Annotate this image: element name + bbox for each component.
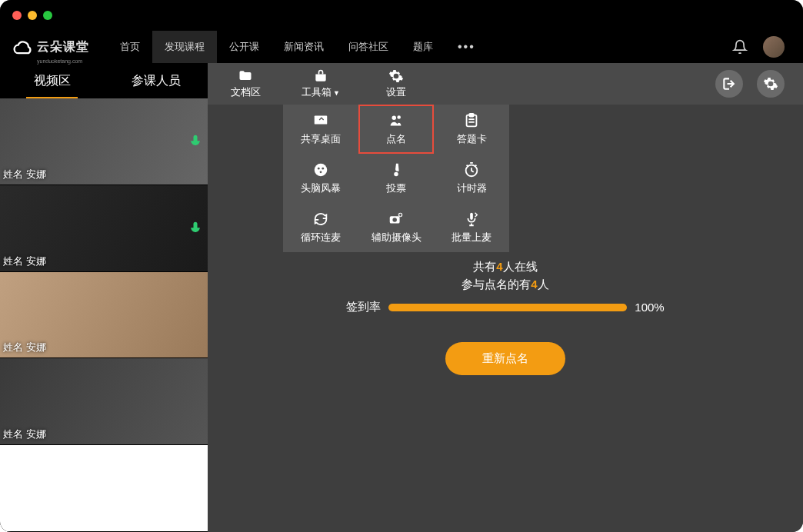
- logo-text: 云朵课堂: [37, 39, 89, 55]
- video-label: 姓名 安娜: [3, 427, 46, 441]
- logo[interactable]: 云朵课堂 yunduoketang.com: [12, 36, 89, 58]
- exit-icon: [721, 76, 737, 91]
- toolbar-toolbox-label: 工具箱▼: [302, 85, 340, 99]
- dd-timer[interactable]: 计时器: [434, 154, 509, 203]
- svg-point-2: [397, 115, 401, 119]
- video-label: 姓名 安娜: [3, 254, 46, 268]
- toolbar-settings-label: 设置: [386, 85, 406, 99]
- rate-percent: 100%: [635, 301, 664, 314]
- dd-aux-camera[interactable]: 辅助摄像头: [358, 203, 434, 252]
- mic-on-icon: [188, 221, 203, 236]
- share-screen-icon: [312, 112, 329, 129]
- video-tile[interactable]: 姓名 安娜: [0, 185, 208, 272]
- svg-point-11: [394, 172, 398, 177]
- dd-label: 计时器: [457, 181, 487, 195]
- vote-icon: [388, 161, 405, 178]
- minimize-dot[interactable]: [28, 11, 37, 20]
- dd-label: 共享桌面: [301, 132, 341, 146]
- svg-point-10: [320, 171, 322, 173]
- dd-answer-card[interactable]: 答题卡: [434, 105, 509, 154]
- nav-more[interactable]: •••: [445, 40, 488, 54]
- rate-label: 签到率: [346, 300, 381, 314]
- app-window: 云朵课堂 yunduoketang.com 首页 发现课程 公开课 新闻资讯 问…: [0, 0, 803, 532]
- video-tile[interactable]: 姓名 安娜: [0, 98, 208, 185]
- body: 视频区 参课人员 姓名 安娜 姓名 安娜 姓名 安娜 姓名 安娜: [0, 63, 803, 532]
- svg-point-7: [315, 164, 328, 177]
- nav-news[interactable]: 新闻资讯: [272, 31, 336, 63]
- toolbar-settings-button[interactable]: 设置: [358, 63, 434, 105]
- user-avatar[interactable]: [763, 36, 785, 58]
- settings-circle-button[interactable]: [757, 70, 785, 98]
- cloud-logo-icon: [12, 36, 34, 58]
- sidebar: 视频区 参课人员 姓名 安娜 姓名 安娜 姓名 安娜 姓名 安娜: [0, 63, 208, 532]
- tab-video[interactable]: 视频区: [0, 63, 104, 98]
- svg-point-14: [392, 218, 397, 222]
- dd-label: 投票: [386, 181, 406, 195]
- dd-vote[interactable]: 投票: [358, 154, 434, 203]
- dd-label: 批量上麦: [451, 231, 491, 244]
- titlebar: [0, 0, 803, 31]
- toolbox-dropdown: 共享桌面 点名 答题卡 头脑风暴: [283, 105, 509, 252]
- dd-label: 头脑风暴: [301, 181, 341, 195]
- toolbox-icon: [313, 68, 328, 84]
- dd-label: 答题卡: [457, 132, 487, 146]
- toolbar-doc-button[interactable]: 文档区: [208, 63, 283, 105]
- toolbar-doc-label: 文档区: [231, 85, 261, 99]
- svg-rect-16: [470, 213, 473, 220]
- answer-card-icon: [463, 112, 480, 129]
- loop-mic-icon: [312, 211, 329, 228]
- mic-on-icon: [188, 134, 203, 149]
- svg-rect-0: [315, 116, 328, 125]
- roll-call-icon: [388, 112, 405, 129]
- re-rollcall-button[interactable]: 重新点名: [445, 342, 565, 375]
- exit-button[interactable]: [715, 70, 743, 98]
- progress-row: 签到率 100%: [346, 300, 664, 314]
- nav-public[interactable]: 公开课: [217, 31, 272, 63]
- main-area: 文档区 工具箱▼ 共享桌面 点名: [208, 63, 803, 532]
- tab-participants[interactable]: 参课人员: [104, 63, 208, 98]
- timer-icon: [463, 161, 480, 178]
- nav-discover[interactable]: 发现课程: [152, 31, 217, 63]
- video-tile-empty: [0, 445, 208, 532]
- svg-point-9: [322, 168, 324, 170]
- maximize-dot[interactable]: [43, 11, 52, 20]
- video-tile[interactable]: 姓名 安娜: [0, 272, 208, 359]
- attended-stat: 参与点名的有4人: [461, 278, 548, 292]
- nav-qa[interactable]: 问答社区: [336, 31, 401, 63]
- top-nav: 云朵课堂 yunduoketang.com 首页 发现课程 公开课 新闻资讯 问…: [0, 31, 803, 63]
- dd-roll-call[interactable]: 点名: [358, 105, 434, 154]
- nav-home[interactable]: 首页: [108, 31, 152, 63]
- brainstorm-icon: [312, 161, 329, 178]
- video-list: 姓名 安娜 姓名 安娜 姓名 安娜 姓名 安娜: [0, 98, 208, 532]
- svg-rect-4: [469, 114, 474, 117]
- batch-mic-icon: [463, 211, 480, 228]
- sidebar-tabs: 视频区 参课人员: [0, 63, 208, 98]
- dd-label: 辅助摄像头: [372, 231, 421, 244]
- dd-batch-mic[interactable]: 批量上麦: [434, 203, 509, 252]
- gear-icon: [388, 68, 404, 84]
- folder-icon: [238, 68, 253, 84]
- bell-icon[interactable]: [732, 39, 748, 55]
- dd-loop-mic[interactable]: 循环连麦: [283, 203, 358, 252]
- gear-icon: [763, 76, 778, 91]
- nav-bank[interactable]: 题库: [401, 31, 445, 63]
- online-stat: 共有4人在线: [473, 260, 537, 274]
- video-label: 姓名 安娜: [3, 168, 46, 181]
- dd-label: 循环连麦: [301, 231, 341, 244]
- nav-right: [732, 36, 803, 58]
- video-label: 姓名 安娜: [3, 341, 46, 354]
- nav-items: 首页 发现课程 公开课 新闻资讯 问答社区 题库 •••: [108, 31, 732, 63]
- svg-point-1: [392, 116, 397, 121]
- aux-camera-icon: [388, 211, 405, 228]
- dd-label: 点名: [386, 132, 406, 146]
- close-dot[interactable]: [12, 11, 22, 20]
- toolbar-toolbox-button[interactable]: 工具箱▼ 共享桌面 点名 答题卡: [283, 63, 358, 105]
- video-tile[interactable]: 姓名 安娜: [0, 358, 208, 445]
- dd-brainstorm[interactable]: 头脑风暴: [283, 154, 358, 203]
- progress-bar: [388, 304, 627, 311]
- dd-share-screen[interactable]: 共享桌面: [283, 105, 358, 154]
- toolbar-right: [715, 70, 803, 98]
- svg-point-8: [318, 168, 320, 170]
- main-toolbar: 文档区 工具箱▼ 共享桌面 点名: [208, 63, 803, 105]
